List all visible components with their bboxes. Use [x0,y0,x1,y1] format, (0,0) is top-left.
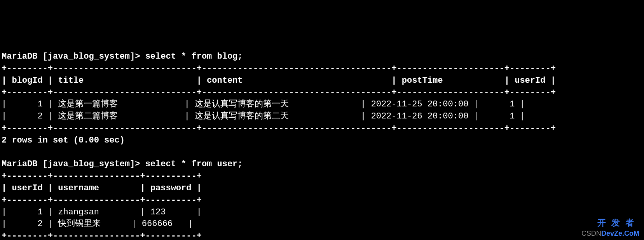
table-border: +--------+-----------------+----------+ [2,195,202,205]
result-summary: 2 rows in set (0.00 sec) [2,136,125,145]
watermark-en: CSDNDevZe.CoM [581,229,639,238]
table-row: | 1 | zhangsan | 123 | [2,207,202,217]
terminal-output[interactable]: MariaDB [java_blog_system]> select * fro… [2,51,642,240]
prompt-line-1: MariaDB [java_blog_system]> select * fro… [2,52,243,61]
prompt-prefix: MariaDB [java_blog_system]> [2,159,145,169]
table-row: | 2 | 快到锅里来 | 666666 | [2,219,193,229]
table-row: | 2 | 这是第二篇博客 | 这是认真写博客的第二天 | 2022-11-26… [2,111,525,121]
table-border: +--------+----------------------------+-… [2,88,556,97]
watermark-cn: 开发者 [597,217,639,229]
sql-query: select * from blog; [145,52,243,61]
table-header-row: | userId | username | password | [2,183,202,193]
prompt-line-2: MariaDB [java_blog_system]> select * fro… [2,159,243,169]
table-border: +--------+-----------------+----------+ [2,231,202,240]
table-row: | 1 | 这是第一篇博客 | 这是认真写博客的第一天 | 2022-11-25… [2,99,525,109]
watermark-brand: DevZe.CoM [601,230,639,237]
watermark-csdn: CSDN [581,230,601,237]
table-border: +--------+----------------------------+-… [2,64,556,73]
sql-query: select * from user; [145,159,243,169]
table-border: +--------+-----------------+----------+ [2,171,202,181]
table-header-row: | blogId | title | content | postTime | … [2,76,556,85]
prompt-prefix: MariaDB [java_blog_system]> [2,52,145,61]
table-border: +--------+----------------------------+-… [2,123,556,133]
